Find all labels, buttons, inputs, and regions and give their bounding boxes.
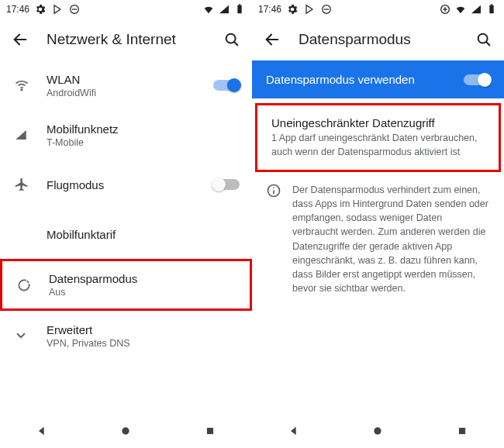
dnd-icon xyxy=(320,3,333,16)
datasaver-status-icon xyxy=(439,3,451,16)
search-button[interactable] xyxy=(223,30,241,49)
nav-recent[interactable] xyxy=(202,423,218,439)
svg-marker-9 xyxy=(39,427,44,436)
setting-airplane[interactable]: Flugmodus xyxy=(0,160,252,209)
setting-sub: T-Mobile xyxy=(47,137,240,148)
info-icon xyxy=(266,183,292,198)
signal-icon xyxy=(470,3,482,16)
navigation-bar xyxy=(252,414,504,448)
navigation-bar xyxy=(0,414,252,448)
svg-marker-26 xyxy=(291,427,296,436)
settings-gear-icon xyxy=(286,3,299,16)
signal-icon xyxy=(14,128,28,142)
page-title: Netzwerk & Internet xyxy=(47,31,223,48)
svg-rect-3 xyxy=(237,5,241,14)
svg-point-8 xyxy=(21,89,22,91)
datasaver-icon xyxy=(16,277,32,293)
svg-rect-19 xyxy=(491,4,493,5)
setting-plan[interactable]: Mobilfunktarif xyxy=(0,209,252,259)
signal-icon xyxy=(218,3,230,16)
datasaver-master-toggle[interactable]: Datensparmodus verwenden xyxy=(252,60,504,98)
wifi-icon xyxy=(454,3,467,16)
page-title: Datensparmodus xyxy=(299,31,475,48)
setting-label: Erweitert xyxy=(47,323,240,336)
setting-cellular[interactable]: Mobilfunknetz T-Mobile xyxy=(0,110,252,160)
wifi-toggle[interactable] xyxy=(213,80,240,91)
setting-wifi[interactable]: WLAN AndroidWifi xyxy=(0,60,252,110)
settings-gear-icon xyxy=(34,3,47,16)
status-bar: 17:46 xyxy=(252,0,504,19)
back-button[interactable] xyxy=(263,30,281,49)
play-icon xyxy=(51,3,64,16)
app-bar: Netzwerk & Internet xyxy=(0,19,252,60)
airplane-toggle[interactable] xyxy=(213,179,240,190)
svg-point-27 xyxy=(375,427,381,434)
airplane-icon xyxy=(14,177,29,192)
wifi-icon xyxy=(202,3,215,16)
nav-back[interactable] xyxy=(286,423,302,439)
back-button[interactable] xyxy=(11,30,29,49)
setting-sub: 1 App darf uneingeschränkt Daten verbrau… xyxy=(271,132,485,159)
svg-rect-4 xyxy=(239,4,241,5)
chevron-down-icon xyxy=(14,329,28,343)
settings-list: WLAN AndroidWifi Mobilfunknetz T-Mobile … xyxy=(0,60,252,448)
setting-label: Mobilfunknetz xyxy=(47,122,240,136)
setting-label: Uneingeschränkter Datenzugriff xyxy=(271,116,485,129)
svg-line-22 xyxy=(486,42,489,45)
setting-label: Mobilfunktarif xyxy=(47,228,240,241)
svg-point-25 xyxy=(273,187,274,188)
wifi-icon xyxy=(14,78,29,93)
svg-marker-0 xyxy=(54,5,60,14)
setting-label: WLAN xyxy=(47,73,207,86)
setting-unrestricted-data[interactable]: Uneingeschränkter Datenzugriff 1 App dar… xyxy=(255,103,501,172)
status-bar: 17:46 xyxy=(0,0,252,19)
nav-back[interactable] xyxy=(34,423,50,439)
battery-icon xyxy=(485,3,498,16)
setting-advanced[interactable]: Erweitert VPN, Privates DNS xyxy=(0,311,252,360)
setting-label: Datensparmodus xyxy=(49,272,237,285)
svg-point-10 xyxy=(123,427,129,434)
datasaver-info: Der Datensparmodus verhindert zum einen,… xyxy=(252,172,504,306)
svg-rect-28 xyxy=(459,428,465,434)
status-time: 17:46 xyxy=(258,4,281,15)
setting-label: Flugmodus xyxy=(47,178,207,191)
app-bar: Datensparmodus xyxy=(252,19,504,60)
setting-sub: VPN, Privates DNS xyxy=(47,338,240,349)
nav-home[interactable] xyxy=(118,423,133,439)
screen-network-internet: 17:46 Netzwerk & Internet xyxy=(0,0,252,448)
svg-rect-11 xyxy=(207,428,213,434)
screen-datasaver: 17:46 Datensparmodus Datens xyxy=(252,0,504,448)
svg-marker-12 xyxy=(306,5,312,14)
svg-rect-18 xyxy=(489,5,493,14)
play-icon xyxy=(303,3,316,16)
setting-sub: Aus xyxy=(49,287,237,298)
banner-label: Datensparmodus verwenden xyxy=(266,73,464,86)
svg-line-7 xyxy=(234,42,237,45)
setting-datasaver[interactable]: Datensparmodus Aus xyxy=(0,259,252,311)
status-time: 17:46 xyxy=(6,4,29,15)
nav-recent[interactable] xyxy=(454,423,470,439)
search-button[interactable] xyxy=(475,30,493,49)
datasaver-switch[interactable] xyxy=(464,74,490,85)
dnd-icon xyxy=(68,3,81,16)
info-text: Der Datensparmodus verhindert zum einen,… xyxy=(292,183,490,295)
nav-home[interactable] xyxy=(370,423,385,439)
battery-icon xyxy=(233,3,246,16)
setting-sub: AndroidWifi xyxy=(47,88,207,98)
